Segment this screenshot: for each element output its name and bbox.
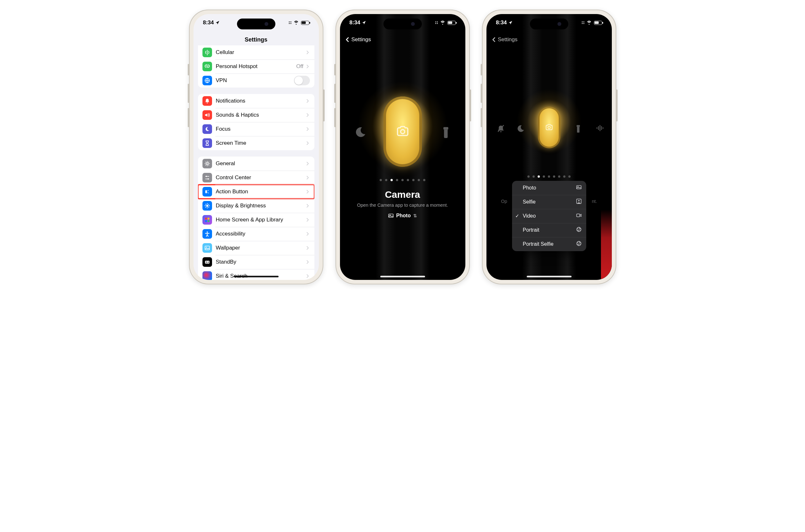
home-indicator[interactable] bbox=[234, 276, 278, 277]
chevron-right-icon bbox=[306, 260, 310, 264]
back-label: Settings bbox=[498, 36, 517, 43]
siri-icon bbox=[202, 271, 212, 280]
phone-1: 8:34 Settings Cellular Personal Hot bbox=[189, 10, 323, 284]
sliders-icon bbox=[202, 173, 212, 183]
row-label: Sounds & Haptics bbox=[216, 112, 306, 118]
home-indicator[interactable] bbox=[380, 276, 425, 277]
action-description: Open the Camera app to capture a moment. bbox=[350, 203, 456, 208]
video-icon bbox=[576, 212, 582, 220]
action-button-preview bbox=[538, 107, 560, 148]
person-square-icon bbox=[576, 198, 582, 206]
row-control-center[interactable]: Control Center bbox=[198, 171, 314, 185]
app-grid-icon bbox=[202, 215, 212, 225]
row-label: Focus bbox=[216, 126, 306, 132]
chevron-right-icon bbox=[306, 113, 310, 117]
settings-group-general: General Control Center Action Button Dis… bbox=[198, 156, 314, 280]
chevron-right-icon bbox=[306, 50, 310, 55]
row-label: Home Screen & App Library bbox=[216, 217, 306, 223]
action-button-icon bbox=[202, 187, 212, 196]
chevron-up-down-icon: ⇅ bbox=[413, 213, 417, 218]
dynamic-island bbox=[383, 19, 422, 30]
chevron-right-icon bbox=[306, 189, 310, 194]
photo-icon bbox=[576, 184, 582, 191]
menu-label: Portrait Selfie bbox=[523, 241, 576, 247]
hourglass-icon bbox=[202, 138, 212, 148]
row-focus[interactable]: Focus bbox=[198, 122, 314, 136]
option-focus-icon[interactable] bbox=[353, 126, 366, 139]
row-general[interactable]: General bbox=[198, 156, 314, 171]
home-indicator[interactable] bbox=[527, 276, 571, 277]
camera-mode-menu: Photo Selfie ✓ Video Portrait Portrait S… bbox=[512, 181, 586, 251]
chevron-right-icon bbox=[306, 141, 310, 145]
back-button[interactable]: Settings bbox=[491, 36, 517, 43]
standby-icon bbox=[202, 257, 212, 267]
row-label: Personal Hotspot bbox=[216, 63, 296, 70]
vpn-toggle[interactable] bbox=[294, 76, 310, 85]
option-flashlight-icon[interactable] bbox=[574, 124, 582, 134]
bell-icon bbox=[202, 96, 212, 106]
row-label: General bbox=[216, 160, 306, 167]
link-icon bbox=[202, 62, 212, 71]
battery-icon bbox=[447, 21, 456, 25]
page-dots[interactable] bbox=[340, 179, 465, 181]
chevron-right-icon bbox=[306, 232, 310, 236]
row-display-brightness[interactable]: Display & Brightness bbox=[198, 199, 314, 213]
mode-selector[interactable]: Photo ⇅ bbox=[388, 213, 417, 218]
screen-action-button-menu: 8:34 Settings Op nt. Photo bbox=[487, 14, 612, 280]
status-time: 8:34 bbox=[496, 19, 507, 26]
speaker-icon bbox=[202, 110, 212, 120]
row-label: Screen Time bbox=[216, 140, 306, 146]
menu-item-portrait[interactable]: Portrait bbox=[512, 223, 586, 237]
row-wallpaper[interactable]: Wallpaper bbox=[198, 241, 314, 255]
row-screen-time[interactable]: Screen Time bbox=[198, 136, 314, 150]
row-home-screen[interactable]: Home Screen & App Library bbox=[198, 213, 314, 227]
gear-icon bbox=[202, 159, 212, 168]
option-focus-icon[interactable] bbox=[516, 124, 524, 134]
wifi-icon bbox=[293, 20, 299, 25]
photo-icon bbox=[388, 213, 394, 218]
menu-label: Photo bbox=[523, 185, 576, 191]
row-action-button[interactable]: Action Button bbox=[198, 185, 314, 199]
aperture-icon bbox=[576, 227, 582, 233]
row-personal-hotspot[interactable]: Personal Hotspot Off bbox=[198, 59, 314, 74]
wifi-icon bbox=[440, 20, 445, 25]
menu-item-selfie[interactable]: Selfie bbox=[512, 195, 586, 209]
menu-label: Portrait bbox=[523, 227, 576, 233]
row-sounds-haptics[interactable]: Sounds & Haptics bbox=[198, 108, 314, 122]
accessibility-icon bbox=[202, 229, 212, 239]
menu-item-photo[interactable]: Photo bbox=[512, 181, 586, 195]
row-label: Accessibility bbox=[216, 231, 306, 237]
row-value: Off bbox=[296, 63, 303, 70]
settings-group-network: Cellular Personal Hotspot Off VPN bbox=[198, 45, 314, 88]
row-label: Wallpaper bbox=[216, 245, 306, 251]
next-option-peek bbox=[601, 210, 612, 280]
wifi-icon bbox=[586, 20, 592, 25]
row-siri-search[interactable]: Siri & Search bbox=[198, 269, 314, 280]
row-notifications[interactable]: Notifications bbox=[198, 94, 314, 108]
sun-icon bbox=[202, 201, 212, 211]
chevron-right-icon bbox=[306, 99, 310, 103]
back-button[interactable]: Settings bbox=[345, 36, 371, 43]
location-icon bbox=[508, 20, 513, 25]
screen-action-button: 8:34 Settings Camera Open the Camera app… bbox=[340, 14, 465, 280]
dynamic-island bbox=[530, 19, 568, 30]
checkmark-icon: ✓ bbox=[515, 213, 519, 219]
option-silent-icon[interactable] bbox=[497, 124, 505, 134]
row-standby[interactable]: StandBy bbox=[198, 255, 314, 269]
row-accessibility[interactable]: Accessibility bbox=[198, 227, 314, 241]
menu-item-portrait-selfie[interactable]: Portrait Selfie bbox=[512, 237, 586, 251]
mode-label: Photo bbox=[396, 213, 411, 218]
option-flashlight-icon[interactable] bbox=[440, 126, 452, 139]
chevron-left-icon bbox=[345, 37, 350, 42]
phone-2: 8:34 Settings Camera Open the Camera app… bbox=[335, 10, 470, 284]
menu-item-video[interactable]: ✓ Video bbox=[512, 209, 586, 223]
page-dots[interactable] bbox=[487, 175, 612, 178]
settings-list[interactable]: Cellular Personal Hotspot Off VPN bbox=[194, 45, 319, 280]
row-vpn[interactable]: VPN bbox=[198, 74, 314, 88]
row-label: StandBy bbox=[216, 259, 306, 265]
chevron-right-icon bbox=[306, 217, 310, 222]
chevron-right-icon bbox=[306, 127, 310, 131]
globe-icon bbox=[202, 76, 212, 85]
row-cellular[interactable]: Cellular bbox=[198, 45, 314, 59]
option-voice-memo-icon[interactable] bbox=[596, 124, 604, 134]
